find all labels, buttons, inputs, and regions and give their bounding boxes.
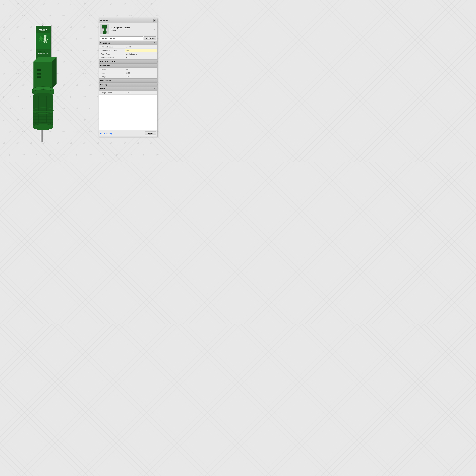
properties-panel: Properties ✕ RD_Dog Waste Station Green …: [99, 18, 157, 137]
watermark-rd: RD: [89, 130, 92, 133]
watermark-rd: RD: [129, 153, 132, 156]
section-identity-data-label: Identity Data: [100, 79, 111, 82]
watermark-rd: RD: [156, 14, 159, 17]
properties-table: Constraints ⌃ Schedule Level Level 1 Ele…: [99, 41, 157, 94]
section-other[interactable]: Other ⌃: [99, 87, 157, 91]
prop-work-plane-value: Level : Level 1: [125, 52, 157, 56]
watermark-rd: RD: [116, 153, 119, 156]
section-phasing[interactable]: Phasing ⌄: [99, 83, 157, 87]
prop-depth-value: 30.00: [125, 71, 157, 75]
model-area: DOG WASTE STATION PLEASE CLEAN UP AFTER …: [0, 0, 86, 162]
watermark-rd: RD: [129, 14, 132, 17]
dropdown-arrow-icon: ▼: [154, 28, 156, 30]
prop-width: Width 30.00: [99, 68, 157, 71]
dimensions-toggle-icon: ⌃: [154, 64, 156, 67]
svg-point-11: [44, 35, 47, 37]
section-electrical-loads-label: Electrical - Loads: [100, 60, 115, 63]
component-name: RD_Dog Waste Station: [111, 27, 130, 29]
svg-point-55: [33, 124, 53, 130]
empty-properties-area: [99, 94, 157, 130]
svg-text:PLEASE CLEAN UP: PLEASE CLEAN UP: [38, 51, 48, 53]
watermark-rd: RD: [102, 14, 105, 17]
constraints-toggle-icon: ⌃: [154, 42, 156, 44]
watermark-rd: RD: [89, 107, 92, 110]
svg-text:AFTER YOUR DOG: AFTER YOUR DOG: [38, 53, 48, 54]
panel-footer: Properties help Apply: [99, 130, 157, 136]
svg-rect-57: [41, 130, 42, 142]
section-constraints[interactable]: Constraints ⌃: [99, 41, 157, 45]
prop-elevation-from-level-label: Elevation from Level: [99, 49, 125, 52]
section-dimensions-label: Dimensions: [100, 65, 110, 67]
model-3d-view: DOG WASTE STATION PLEASE CLEAN UP AFTER …: [18, 17, 68, 145]
properties-help-link[interactable]: Properties help: [100, 132, 112, 135]
watermark-rd: RD: [89, 153, 92, 156]
prop-depth-label: Depth: [99, 71, 125, 75]
svg-rect-59: [102, 25, 107, 28]
watermark-rd: RD: [156, 153, 159, 156]
watermark-rd: RD: [89, 37, 92, 40]
panel-titlebar: Properties ✕: [99, 18, 157, 23]
component-thumbnail: [100, 24, 109, 34]
watermark-rd: RD: [89, 84, 92, 86]
prop-elevation-from-level-value[interactable]: 0.00: [125, 49, 157, 52]
watermark-rd: RD: [142, 153, 145, 156]
close-button[interactable]: ✕: [153, 19, 156, 22]
prop-offset-from-host-value: 0.00: [125, 56, 157, 59]
watermark-rd: RD: [136, 142, 139, 144]
svg-rect-6: [36, 33, 50, 49]
prop-height-check: Height Check 170.00: [99, 91, 157, 94]
svg-rect-24: [37, 69, 41, 71]
svg-rect-60: [104, 28, 106, 31]
svg-marker-21: [34, 62, 52, 88]
watermark-rd: RD: [110, 142, 113, 144]
prop-height: Height 170.00: [99, 75, 157, 78]
section-other-label: Other: [100, 88, 105, 90]
prop-height-check-value: 170.00: [125, 91, 157, 94]
prop-work-plane-label: Work Plane: [99, 52, 125, 56]
watermark-rd: RD: [96, 2, 99, 5]
prop-elevation-from-level[interactable]: Elevation from Level 0.00: [99, 49, 157, 52]
watermark-rd: RD: [96, 142, 99, 144]
prop-depth: Depth 30.00: [99, 71, 157, 75]
watermark-rd: RD: [136, 2, 139, 5]
section-identity-data[interactable]: Identity Data ⌄: [99, 78, 157, 83]
component-info: RD_Dog Waste Station Green: [111, 27, 130, 32]
watermark-rd: RD: [116, 14, 119, 17]
type-dropdown[interactable]: Specialty Equipment (1): [100, 36, 143, 40]
panel-title: Properties: [100, 19, 109, 21]
svg-text:DOG WASTE: DOG WASTE: [39, 28, 47, 30]
svg-rect-52: [33, 111, 53, 112]
component-variant: Green: [111, 29, 130, 32]
svg-text:STATION: STATION: [40, 30, 46, 32]
prop-height-value: 170.00: [125, 75, 157, 78]
section-phasing-label: Phasing: [100, 84, 107, 86]
section-electrical-loads[interactable]: Electrical - Loads ⌄: [99, 59, 157, 64]
svg-point-8: [40, 36, 41, 38]
prop-width-value: 30.00: [125, 68, 157, 71]
watermark-rd: RD: [150, 142, 153, 144]
edit-type-icon: ⊞: [146, 37, 147, 39]
prop-work-plane: Work Plane Level : Level 1: [99, 52, 157, 56]
prop-schedule-level: Schedule Level Level 1: [99, 45, 157, 49]
watermark-rd: RD: [110, 2, 113, 5]
prop-height-label: Height: [99, 75, 125, 78]
svg-rect-25: [37, 73, 41, 74]
svg-rect-12: [44, 37, 46, 41]
svg-marker-22: [52, 57, 56, 88]
section-dimensions[interactable]: Dimensions ⌃: [99, 64, 157, 68]
prop-width-label: Width: [99, 68, 125, 71]
prop-schedule-level-label: Schedule Level: [99, 45, 125, 49]
watermark-rd: RD: [142, 14, 145, 17]
identity-data-toggle-icon: ⌄: [154, 79, 156, 82]
svg-rect-26: [37, 76, 41, 78]
panel-preview: RD_Dog Waste Station Green ▼: [99, 23, 157, 36]
watermark-rd: RD: [89, 14, 92, 17]
edit-type-button[interactable]: ⊞ Edit Type: [144, 36, 156, 40]
prop-height-check-label: Height Check: [99, 91, 125, 94]
type-selector-row: Specialty Equipment (1) ⊞ Edit Type: [99, 36, 157, 41]
section-constraints-label: Constraints: [100, 42, 110, 44]
apply-button[interactable]: Apply: [145, 132, 156, 135]
edit-type-label: Edit Type: [148, 37, 155, 39]
watermark-rd: RD: [89, 61, 92, 63]
phasing-toggle-icon: ⌄: [154, 84, 156, 86]
